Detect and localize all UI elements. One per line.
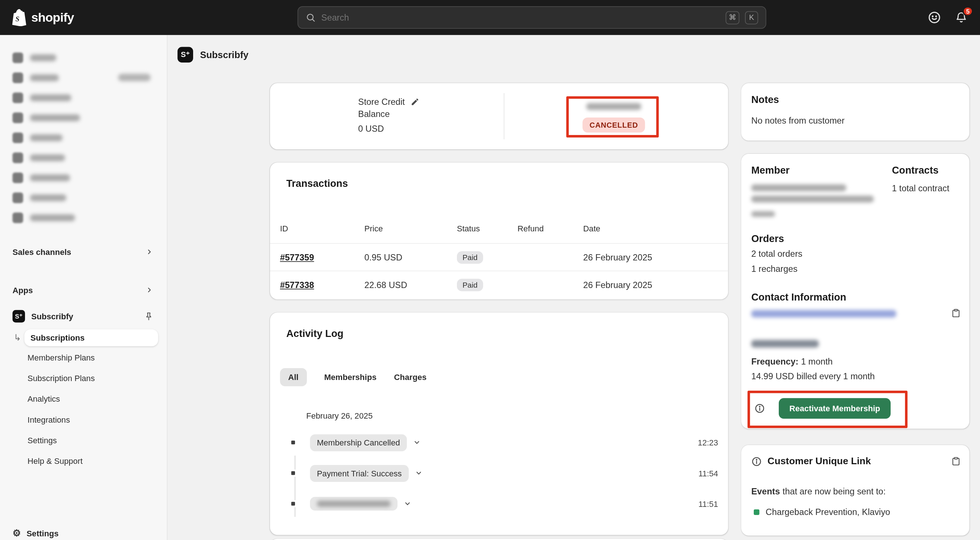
transaction-date: 26 February 2025: [583, 253, 728, 262]
shopify-admin: S shopify ⌘ K 5: [0, 0, 980, 540]
sidebar-item-redacted[interactable]: [0, 167, 167, 187]
shopify-logo[interactable]: S shopify: [11, 0, 74, 35]
orders-title: Orders: [751, 233, 784, 245]
col-status: Status: [457, 223, 518, 232]
chevron-right-icon: [146, 286, 153, 294]
tree-arrow-icon: ↳: [14, 332, 21, 343]
events-destination: Chargeback Prevention, Klaviyo: [754, 507, 890, 517]
frequency-line: Frequency:1 month: [751, 356, 832, 366]
timeline-dot-icon: [290, 500, 297, 507]
sidebar-item-integrations[interactable]: Integrations: [0, 410, 167, 430]
sidebar-apps[interactable]: Apps: [0, 280, 167, 300]
subscribfy-app-icon: S⁺: [13, 310, 25, 322]
nav-icon: [13, 172, 23, 183]
sidebar-item-redacted[interactable]: [0, 128, 167, 148]
activity-timeline: Membership Cancelled 12:23 Payment Trial…: [270, 434, 728, 512]
k-key-hint: K: [745, 11, 758, 24]
sidebar-item-help-support[interactable]: Help & Support: [0, 451, 167, 471]
info-icon[interactable]: [751, 456, 762, 467]
status-badge: CANCELLED: [583, 118, 645, 132]
timeline-event: Payment Trial: Success 11:54: [270, 464, 728, 482]
search-bar[interactable]: ⌘ K: [298, 6, 766, 29]
sidebar-item-redacted[interactable]: [0, 208, 167, 227]
sidebar-item-redacted[interactable]: [0, 187, 167, 208]
event-badge[interactable]: Membership Cancelled: [310, 434, 407, 451]
notes-card: Notes No notes from customer: [741, 83, 969, 141]
chevron-down-icon[interactable]: [413, 439, 420, 446]
notes-title: Notes: [751, 95, 959, 106]
chevron-right-icon: [146, 248, 153, 256]
transaction-id-link[interactable]: #577338: [280, 280, 314, 289]
member-email-redacted: [751, 196, 874, 203]
activity-tabs: All Memberships Charges: [280, 368, 728, 386]
event-time: 11:54: [698, 468, 718, 478]
paid-status-badge: Paid: [457, 278, 483, 291]
sidebar-item-membership-plans[interactable]: Membership Plans: [0, 348, 167, 368]
subscribfy-app-icon: S⁺: [178, 47, 193, 62]
copy-clipboard-icon[interactable]: [951, 456, 961, 469]
chevron-down-icon[interactable]: [415, 469, 422, 477]
nav-icon: [13, 92, 23, 103]
table-row: #577359 0.95 USD Paid 26 February 2025: [270, 243, 728, 271]
notifications-bell-icon[interactable]: 5: [955, 11, 967, 24]
green-dot-icon: [754, 509, 759, 515]
right-column: Notes No notes from customer Member Cont…: [741, 83, 969, 535]
nav-badge-redacted: [118, 73, 150, 81]
sidebar: Sales channels Apps S⁺ Subscribfy ↳ Subs…: [0, 35, 167, 540]
event-time: 12:23: [698, 438, 718, 447]
main-column: Store Credit Balance 0 USD CANCELLED: [270, 83, 728, 540]
gear-icon: ⚙: [13, 527, 21, 539]
table-header-row: ID Price Status Refund Date: [270, 213, 728, 243]
transactions-card: Transactions ID Price Status Refund Date…: [270, 163, 728, 299]
nav-icon: [13, 72, 23, 83]
page-header: S⁺ Subscribfy: [178, 46, 249, 63]
sidebar-item-redacted[interactable]: [0, 67, 167, 87]
contracts-title: Contracts: [892, 165, 939, 176]
sidebar-footer-settings[interactable]: ⚙ Settings: [0, 526, 167, 540]
info-icon[interactable]: [754, 403, 765, 414]
event-badge-redacted[interactable]: [310, 497, 398, 511]
col-refund: Refund: [518, 223, 583, 232]
sidebar-item-subscriptions: ↳ Subscriptions: [0, 328, 167, 347]
orders-total: 2 total orders: [751, 249, 802, 259]
store-credit-title: Store Credit: [358, 97, 405, 107]
sidebar-item-subscriptions-pill[interactable]: Subscriptions: [24, 329, 158, 346]
copy-clipboard-icon[interactable]: [951, 308, 961, 321]
topbar-actions: 5: [928, 0, 967, 35]
pin-icon[interactable]: [144, 312, 153, 321]
search-input[interactable]: [321, 13, 720, 22]
sidebar-item-settings[interactable]: Settings: [0, 430, 167, 451]
contact-information-title: Contact Information: [751, 292, 846, 303]
sidebar-item-redacted[interactable]: [0, 148, 167, 167]
plan-name-redacted: [586, 103, 641, 110]
svg-text:S: S: [16, 15, 19, 23]
chevron-down-icon[interactable]: [404, 500, 411, 507]
sidebar-item-subscribfy[interactable]: S⁺ Subscribfy: [0, 306, 167, 327]
timeline-date-group: February 26, 2025: [306, 411, 729, 421]
nav-icon: [13, 52, 23, 63]
sidebar-sales-channels[interactable]: Sales channels: [0, 242, 167, 262]
store-credit-subtitle: Balance: [358, 109, 419, 119]
transaction-price: 22.68 USD: [364, 280, 457, 289]
activity-log-card: Activity Log All Memberships Charges Feb…: [270, 313, 728, 535]
notification-count-badge: 5: [963, 6, 973, 16]
events-line: Eventsthat are now being sent to:: [751, 486, 885, 496]
customer-unique-link-card: Customer Unique Link Eventsthat are now …: [741, 445, 969, 535]
main-content: S⁺ Subscribfy Store Credit Balance 0 USD: [167, 35, 980, 540]
sidebar-item-subscription-plans[interactable]: Subscription Plans: [0, 368, 167, 389]
member-card: Member Contracts 1 total contract Orders…: [741, 154, 969, 429]
sidebar-item-redacted[interactable]: [0, 107, 167, 127]
cmd-key-hint: ⌘: [726, 11, 740, 24]
event-badge[interactable]: Payment Trial: Success: [310, 465, 409, 481]
sidebar-item-redacted[interactable]: [0, 87, 167, 107]
inbox-icon[interactable]: [928, 11, 941, 24]
edit-pencil-icon[interactable]: [410, 97, 419, 106]
sidebar-item-redacted[interactable]: [0, 48, 167, 67]
tab-all[interactable]: All: [280, 368, 306, 386]
transaction-id-link[interactable]: #577359: [280, 253, 314, 262]
sidebar-item-analytics[interactable]: Analytics: [0, 389, 167, 410]
reactivate-membership-button[interactable]: Reactivate Membership: [779, 398, 891, 419]
top-bar: S shopify ⌘ K 5: [0, 0, 980, 35]
tab-memberships[interactable]: Memberships: [324, 368, 376, 386]
tab-charges[interactable]: Charges: [394, 368, 426, 386]
